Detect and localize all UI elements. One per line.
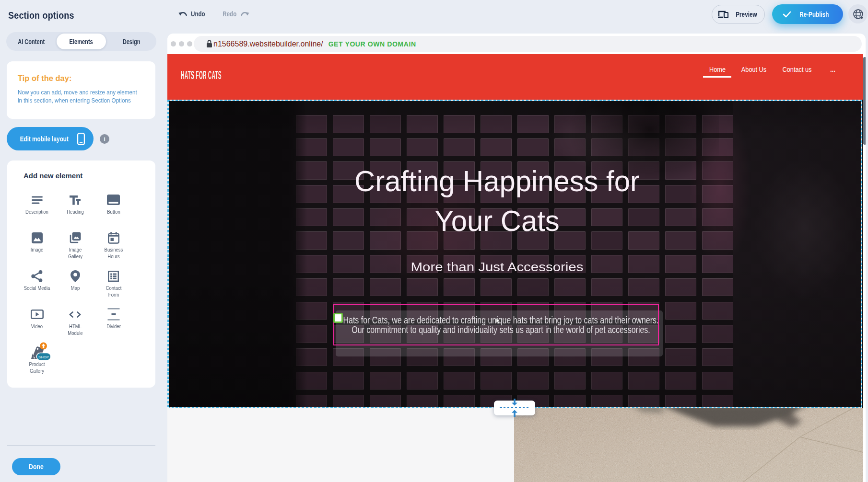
svg-text:SHOP: SHOP: [38, 355, 49, 359]
